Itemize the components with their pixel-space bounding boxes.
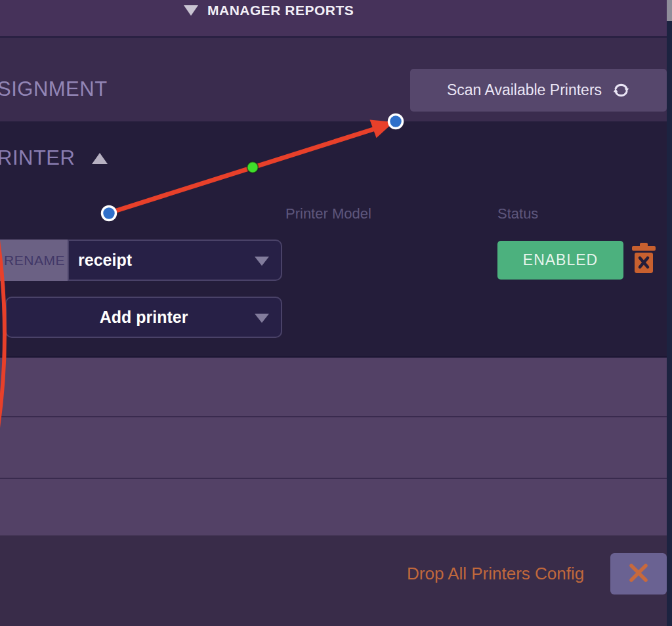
- printer-name-value: receipt: [78, 251, 132, 270]
- sync-icon: [612, 81, 630, 99]
- triangle-down-icon: [184, 5, 198, 16]
- printers-panel: RINTER Printer Model Status RENAME recei…: [0, 121, 667, 356]
- manager-reports-section-header[interactable]: MANAGER REPORTS: [184, 0, 354, 21]
- page-header: SIGNMENT Scan Available Printers: [0, 38, 667, 121]
- scrollbar-thumb[interactable]: [667, 0, 672, 21]
- close-icon: [628, 562, 649, 585]
- printer-section-header[interactable]: RINTER: [0, 146, 108, 170]
- printer-name-dropdown[interactable]: receipt: [68, 240, 282, 281]
- rename-button[interactable]: RENAME: [0, 240, 68, 281]
- page-title: SIGNMENT: [0, 77, 108, 101]
- drop-all-printers-config-button[interactable]: Drop All Printers Config: [407, 564, 584, 584]
- scan-available-printers-button[interactable]: Scan Available Printers: [410, 69, 667, 112]
- manager-reports-label: MANAGER REPORTS: [207, 3, 354, 18]
- add-printer-label: Add printer: [100, 308, 188, 327]
- chevron-down-icon: [255, 314, 269, 323]
- status-enabled-button[interactable]: ENABLED: [497, 241, 623, 280]
- add-printer-dropdown[interactable]: Add printer: [5, 297, 282, 338]
- printer-section-title: RINTER: [0, 146, 75, 170]
- close-button[interactable]: [610, 553, 667, 595]
- printer-model-column-header: Printer Model: [285, 205, 371, 222]
- collapsed-section-row[interactable]: [0, 358, 667, 416]
- collapsed-section-row[interactable]: [0, 479, 667, 537]
- top-bar: MANAGER REPORTS: [0, 0, 667, 36]
- triangle-up-icon: [92, 153, 108, 164]
- printer-settings-screen: MANAGER REPORTS SIGNMENT Scan Available …: [0, 0, 672, 626]
- chevron-down-icon: [255, 257, 269, 266]
- scan-button-label: Scan Available Printers: [447, 81, 602, 99]
- collapsed-sections: [0, 356, 667, 535]
- delete-printer-button[interactable]: [631, 243, 657, 274]
- footer-bar: Drop All Printers Config: [0, 535, 667, 626]
- collapsed-section-row[interactable]: [0, 417, 667, 478]
- scrollbar-track[interactable]: [667, 0, 672, 626]
- trash-icon: [631, 243, 657, 276]
- status-column-header: Status: [497, 205, 538, 222]
